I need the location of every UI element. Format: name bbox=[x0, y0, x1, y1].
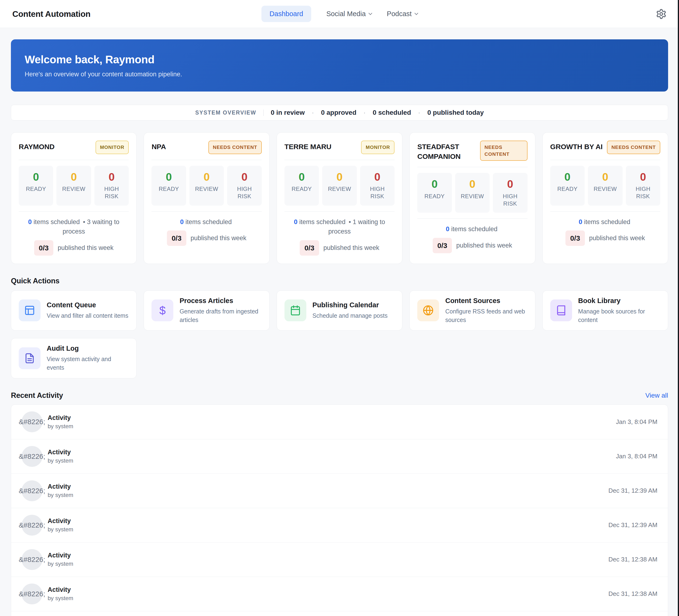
published-ratio-chip: 0/3 bbox=[167, 230, 186, 246]
avatar: &#8226; bbox=[22, 411, 42, 432]
activity-row: &#8226; Activity by system Jan 3, 8:04 P… bbox=[11, 439, 668, 474]
content-queue-button[interactable]: Content Queue View and filter all conten… bbox=[11, 290, 136, 331]
file-text-icon bbox=[19, 347, 40, 369]
brand-footer: 0 items scheduled 0/3 published this wee… bbox=[550, 217, 660, 246]
top-header: Content Automation Dashboard Social Medi… bbox=[0, 0, 679, 28]
scheduled-count: 0 bbox=[180, 218, 184, 226]
status-badge: NEEDS CONTENT bbox=[607, 140, 660, 154]
app-title: Content Automation bbox=[12, 9, 91, 19]
brand-name: TERRE MARU bbox=[285, 140, 331, 152]
scheduled-label: items scheduled bbox=[451, 226, 497, 233]
bullet-entity-text: &#8226; bbox=[19, 418, 45, 426]
review-stat: 0 REVIEW bbox=[189, 166, 224, 205]
activity-timestamp: Dec 31, 12:38 AM bbox=[608, 556, 657, 563]
process-articles-button[interactable]: $ Process Articles Generate drafts from … bbox=[144, 290, 269, 331]
brand-footer: 0 items scheduled • 1 waiting to process… bbox=[285, 217, 394, 256]
avatar: &#8226; bbox=[22, 515, 42, 536]
avatar: &#8226; bbox=[22, 549, 42, 570]
published-ratio-chip: 0/3 bbox=[34, 240, 54, 256]
calendar-icon bbox=[285, 299, 306, 321]
dot-separator: · bbox=[363, 109, 365, 117]
book-icon bbox=[550, 299, 572, 321]
brand-card-npa: NPA NEEDS CONTENT 0 READY 0 REVIEW 0 HIG… bbox=[144, 132, 269, 264]
tab-dashboard[interactable]: Dashboard bbox=[261, 6, 311, 22]
brand-name: RAYMOND bbox=[19, 140, 55, 152]
activity-row: &#8226; Activity by system Jan 3, 8:04 P… bbox=[11, 405, 668, 439]
dot-separator: · bbox=[418, 109, 420, 117]
book-library-button[interactable]: Book Library Manage book sources for con… bbox=[543, 290, 668, 331]
brand-name: NPA bbox=[152, 140, 166, 152]
settings-button[interactable] bbox=[656, 8, 667, 20]
published-label: published this week bbox=[58, 243, 114, 253]
status-badge: MONITOR bbox=[96, 140, 129, 154]
recent-activity-panel: &#8226; Activity by system Jan 3, 8:04 P… bbox=[11, 404, 668, 616]
quick-actions-grid: Content Queue View and filter all conten… bbox=[11, 290, 668, 379]
scheduled-count: 0 bbox=[294, 218, 297, 226]
brand-footer: 0 items scheduled • 3 waiting to process… bbox=[19, 217, 129, 256]
globe-icon bbox=[417, 299, 439, 321]
published-label: published this week bbox=[589, 233, 645, 243]
bullet-entity-text: &#8226; bbox=[19, 555, 45, 563]
stat-published-today: 0 published today bbox=[427, 109, 484, 117]
published-label: published this week bbox=[191, 233, 247, 243]
chevron-down-icon bbox=[414, 11, 418, 15]
content-sources-button[interactable]: Content Sources Configure RSS feeds and … bbox=[410, 290, 535, 331]
scheduled-label: items scheduled bbox=[185, 218, 232, 226]
brand-footer: 0 items scheduled 0/3 published this wee… bbox=[417, 224, 527, 253]
avatar: &#8226; bbox=[22, 584, 42, 605]
view-all-link[interactable]: View all bbox=[645, 392, 668, 399]
tab-social-media[interactable]: Social Media bbox=[326, 10, 372, 18]
review-stat: 0 REVIEW bbox=[588, 166, 622, 205]
activity-row: &#8226; Activity by system Dec 31, 12:39… bbox=[11, 474, 668, 508]
published-ratio-chip: 0/3 bbox=[300, 240, 319, 256]
publishing-calendar-button[interactable]: Publishing Calendar Schedule and manage … bbox=[277, 290, 402, 331]
activity-timestamp: Dec 31, 12:39 AM bbox=[608, 487, 657, 494]
activity-row: &#8226; Activity by system Dec 31, 12:38… bbox=[11, 542, 668, 577]
brand-footer: 0 items scheduled 0/3 published this wee… bbox=[152, 217, 261, 246]
dot-separator: · bbox=[312, 109, 314, 117]
bullet-entity-text: &#8226; bbox=[19, 590, 45, 598]
scrollbar-track[interactable] bbox=[678, 0, 679, 616]
status-badge: NEEDS CONTENT bbox=[480, 140, 527, 161]
high-risk-stat: 0 HIGH RISK bbox=[360, 166, 394, 205]
brand-card-terre-maru: TERRE MARU MONITOR 0 READY 0 REVIEW 0 HI… bbox=[277, 132, 402, 264]
published-label: published this week bbox=[323, 243, 379, 253]
ready-stat: 0 READY bbox=[417, 173, 452, 213]
welcome-banner: Welcome back, Raymond Here's an overview… bbox=[11, 39, 668, 92]
scheduled-label: items scheduled bbox=[299, 218, 346, 226]
status-badge: NEEDS CONTENT bbox=[208, 140, 262, 154]
activity-timestamp: Dec 31, 12:38 AM bbox=[608, 590, 657, 597]
ready-stat: 0 READY bbox=[550, 166, 585, 205]
system-overview-label: SYSTEM OVERVIEW bbox=[195, 109, 264, 116]
system-overview-bar: SYSTEM OVERVIEW 0 in review · 0 approved… bbox=[11, 105, 668, 121]
ready-stat: 0 READY bbox=[152, 166, 186, 205]
high-risk-stat: 0 HIGH RISK bbox=[626, 166, 660, 205]
stat-in-review: 0 in review bbox=[271, 109, 305, 117]
gear-icon bbox=[656, 16, 667, 20]
welcome-subtitle: Here's an overview of your content autom… bbox=[25, 71, 654, 78]
chevron-down-icon bbox=[368, 11, 372, 15]
tab-podcast[interactable]: Podcast bbox=[387, 10, 418, 18]
activity-row: &#8226; Activity by system Dec 31, 12:31… bbox=[11, 611, 668, 616]
bullet-entity-text: &#8226; bbox=[19, 521, 45, 529]
activity-row: &#8226; Activity by system Dec 31, 12:39… bbox=[11, 508, 668, 542]
stat-scheduled: 0 scheduled bbox=[373, 109, 411, 117]
activity-timestamp: Jan 3, 8:04 PM bbox=[616, 453, 657, 460]
activity-timestamp: Jan 3, 8:04 PM bbox=[616, 418, 657, 426]
published-ratio-chip: 0/3 bbox=[565, 230, 585, 246]
review-stat: 0 REVIEW bbox=[455, 173, 490, 213]
audit-log-button[interactable]: Audit Log View system activity and event… bbox=[11, 338, 136, 379]
welcome-title: Welcome back, Raymond bbox=[25, 53, 654, 66]
scheduled-count: 0 bbox=[28, 218, 32, 226]
dollar-icon: $ bbox=[152, 299, 173, 321]
review-stat: 0 REVIEW bbox=[57, 166, 91, 205]
status-badge: MONITOR bbox=[361, 140, 394, 154]
activity-row: &#8226; Activity by system Dec 31, 12:38… bbox=[11, 577, 668, 611]
scheduled-label: items scheduled bbox=[584, 218, 630, 226]
brand-card-raymond: RAYMOND MONITOR 0 READY 0 REVIEW 0 HIGH … bbox=[11, 132, 136, 264]
activity-timestamp: Dec 31, 12:39 AM bbox=[608, 521, 657, 529]
high-risk-stat: 0 HIGH RISK bbox=[94, 166, 129, 205]
quick-actions-heading: Quick Actions bbox=[11, 277, 60, 285]
scheduled-count: 0 bbox=[446, 226, 450, 233]
scheduled-label: items scheduled bbox=[33, 218, 80, 226]
